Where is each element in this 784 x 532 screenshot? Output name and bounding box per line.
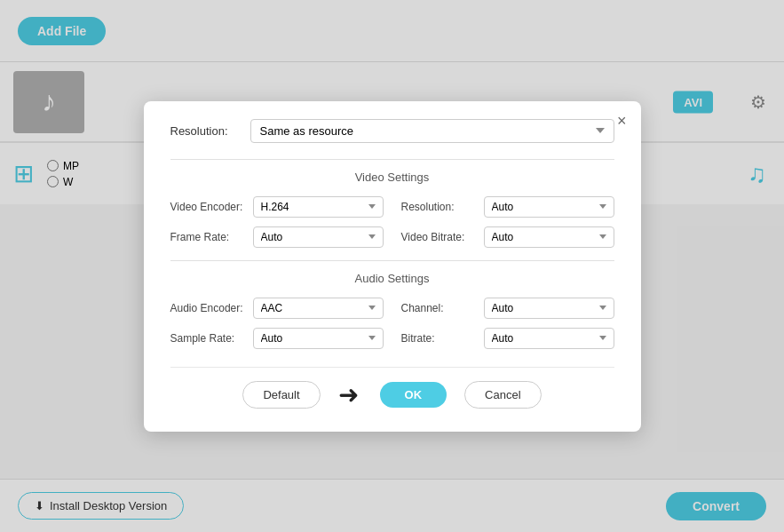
frame-rate-label: Frame Rate: <box>170 231 246 243</box>
audio-settings-title: Audio Settings <box>170 272 614 285</box>
divider-1 <box>170 159 614 160</box>
video-bitrate-label: Video Bitrate: <box>401 231 477 243</box>
cancel-button[interactable]: Cancel <box>464 381 541 409</box>
sample-rate-select[interactable]: Auto <box>253 328 384 349</box>
video-settings-title: Video Settings <box>170 171 614 184</box>
ok-button[interactable]: OK <box>380 382 447 408</box>
default-button[interactable]: Default <box>242 381 320 409</box>
resolution-top-select[interactable]: Same as resource <box>250 119 614 143</box>
bitrate-label: Bitrate: <box>401 332 477 345</box>
modal-close-button[interactable]: × <box>617 112 627 131</box>
bitrate-select[interactable]: Auto <box>484 328 614 349</box>
video-settings-grid: Video Encoder: H.264 Resolution: Auto Fr… <box>170 196 614 248</box>
video-encoder-select[interactable]: H.264 <box>253 196 384 218</box>
audio-settings-grid: Audio Encoder: AAC Channel: Auto Sample … <box>170 298 614 349</box>
channel-row: Channel: Auto <box>401 298 614 319</box>
video-bitrate-row: Video Bitrate: Auto <box>401 226 614 248</box>
settings-modal: × Resolution: Same as resource Video Set… <box>144 101 641 432</box>
video-encoder-row: Video Encoder: H.264 <box>170 196 384 218</box>
sample-rate-label: Sample Rate: <box>170 332 246 345</box>
divider-2 <box>170 260 614 261</box>
video-encoder-label: Video Encoder: <box>170 201 246 213</box>
video-bitrate-select[interactable]: Auto <box>484 226 614 248</box>
modal-buttons: Default ➜ OK Cancel <box>170 367 614 409</box>
bitrate-row: Bitrate: Auto <box>401 328 614 349</box>
audio-encoder-row: Audio Encoder: AAC <box>170 298 384 319</box>
modal-overlay: × Resolution: Same as resource Video Set… <box>0 0 784 532</box>
resolution-top-row: Resolution: Same as resource <box>170 119 614 143</box>
channel-label: Channel: <box>401 302 477 314</box>
channel-select[interactable]: Auto <box>484 298 614 319</box>
audio-encoder-label: Audio Encoder: <box>170 302 246 314</box>
sample-rate-row: Sample Rate: Auto <box>170 328 384 349</box>
resolution-sub-row: Resolution: Auto <box>401 196 614 218</box>
frame-rate-row: Frame Rate: Auto <box>170 226 384 248</box>
resolution-top-label: Resolution: <box>170 124 250 138</box>
audio-encoder-select[interactable]: AAC <box>253 298 384 319</box>
resolution-sub-label: Resolution: <box>401 201 477 213</box>
arrow-icon: ➜ <box>338 380 359 409</box>
frame-rate-select[interactable]: Auto <box>253 226 384 248</box>
app-background: Add File ♪ AVI ⚙ ⊞ MP W ♫ <box>0 0 784 532</box>
resolution-sub-select[interactable]: Auto <box>484 196 614 218</box>
